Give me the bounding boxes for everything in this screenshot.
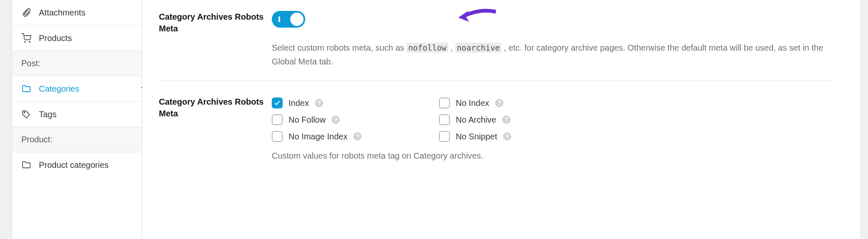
- setting-row-robots-options: Category Archives Robots Meta Index ? No…: [159, 81, 835, 172]
- sidebar-item-label: Product categories: [39, 160, 109, 170]
- help-icon[interactable]: ?: [353, 132, 362, 141]
- svg-point-2: [24, 112, 25, 113]
- checkbox-icon: [272, 114, 283, 125]
- folder-icon: [21, 160, 31, 170]
- checkbox-icon: [439, 98, 450, 108]
- checkbox-icon: [272, 98, 283, 108]
- option-label: Index: [288, 98, 309, 108]
- option-no-follow[interactable]: No Follow ?: [272, 114, 439, 125]
- settings-panel: Category Archives Robots Meta Select cus…: [142, 0, 855, 239]
- annotation-arrow-icon: [456, 7, 498, 28]
- option-label: No Follow: [288, 115, 326, 125]
- help-icon[interactable]: ?: [502, 116, 511, 124]
- svg-point-0: [25, 41, 26, 42]
- cart-icon: [21, 33, 31, 43]
- option-label: No Archive: [456, 115, 496, 125]
- sidebar-item-product-categories[interactable]: Product categories: [12, 152, 142, 177]
- tag-icon: [21, 109, 31, 119]
- sidebar-group-post: Post:: [12, 51, 142, 76]
- setting-label: Category Archives Robots Meta: [159, 11, 272, 34]
- sidebar-item-label: Products: [39, 33, 72, 43]
- sidebar-item-attachments[interactable]: Attachments: [12, 0, 142, 26]
- paperclip-icon: [21, 8, 31, 18]
- help-icon[interactable]: ?: [332, 116, 340, 124]
- setting-label: Category Archives Robots Meta: [159, 96, 272, 119]
- option-label: No Image Index: [288, 132, 347, 141]
- robots-options-grid: Index ? No Index ? No Follow ? No Archiv…: [272, 98, 835, 142]
- code-noarchive: noarchive: [455, 43, 502, 53]
- option-label: No Snippet: [456, 132, 497, 141]
- robots-meta-toggle[interactable]: [272, 11, 305, 28]
- checkbox-icon: [439, 131, 450, 142]
- sidebar-item-categories[interactable]: Categories: [12, 76, 142, 102]
- setting-hint: Custom values for robots meta tag on Cat…: [272, 151, 835, 161]
- sidebar-item-tags[interactable]: Tags: [12, 102, 142, 127]
- help-icon[interactable]: ?: [503, 132, 511, 141]
- option-no-image-index[interactable]: No Image Index ?: [272, 131, 439, 142]
- help-icon[interactable]: ?: [315, 99, 323, 107]
- code-nofollow: nofollow: [406, 43, 448, 53]
- option-no-archive[interactable]: No Archive ?: [439, 114, 606, 125]
- sidebar-group-product: Product:: [12, 127, 142, 152]
- svg-point-1: [29, 41, 30, 42]
- help-icon[interactable]: ?: [495, 99, 503, 107]
- settings-sidebar: Attachments Products Post: Categories Ta…: [12, 0, 142, 239]
- checkbox-icon: [272, 131, 283, 142]
- checkbox-icon: [439, 114, 450, 125]
- sidebar-item-label: Tags: [39, 110, 56, 119]
- option-no-index[interactable]: No Index ?: [439, 98, 606, 108]
- setting-description: Select custom robots meta, such as nofol…: [272, 41, 835, 69]
- option-label: No Index: [456, 98, 489, 108]
- option-index[interactable]: Index ?: [272, 98, 439, 108]
- sidebar-item-products[interactable]: Products: [12, 26, 142, 51]
- sidebar-item-label: Categories: [39, 84, 79, 94]
- folder-icon: [21, 84, 31, 94]
- sidebar-item-label: Attachments: [39, 8, 85, 18]
- option-no-snippet[interactable]: No Snippet ?: [439, 131, 606, 142]
